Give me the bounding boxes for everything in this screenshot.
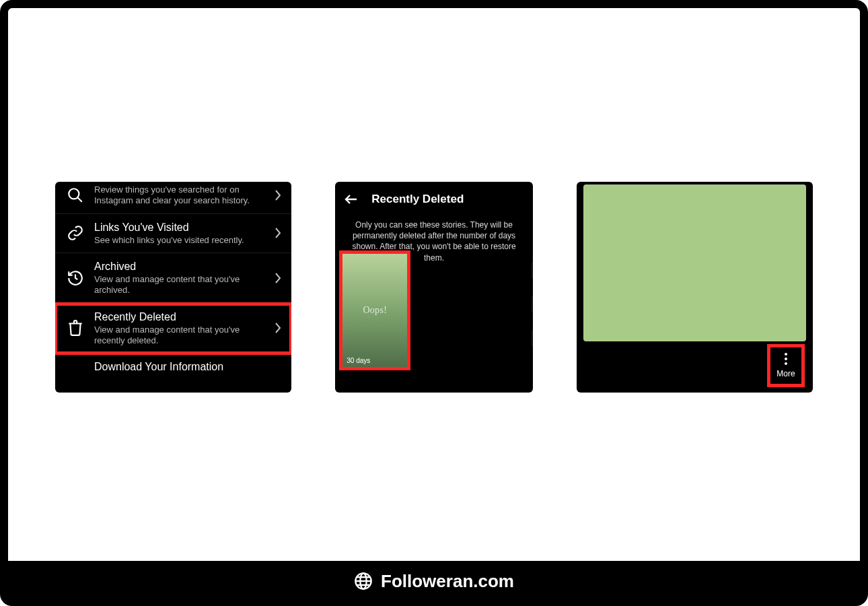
deleted-story-thumbnail[interactable]: Oops! 30 days	[339, 250, 410, 370]
story-media[interactable]	[583, 184, 806, 341]
more-button[interactable]: More	[776, 353, 795, 378]
row-links-title: Links You've Visited	[94, 221, 268, 234]
row-recently-deleted-sub: View and manage content that you've rece…	[94, 325, 268, 347]
history-icon	[62, 269, 89, 287]
chevron-right-icon	[274, 322, 282, 334]
footer-brand-bar: Followeran.com	[8, 561, 860, 601]
phone-side-button	[532, 263, 533, 279]
row-links-sub: See which links you've visited recently.	[94, 235, 268, 246]
header: Recently Deleted	[335, 182, 532, 213]
more-label: More	[776, 369, 795, 378]
row-download-title: Download Your Information	[94, 360, 277, 373]
row-archived-sub: View and manage content that you've arch…	[94, 274, 268, 296]
chevron-right-icon	[274, 272, 282, 284]
row-download-information[interactable]: Download Your Information	[55, 354, 291, 374]
globe-icon	[354, 572, 373, 591]
screen-story-viewer: More	[577, 182, 813, 393]
row-archived-title: Archived	[94, 260, 268, 273]
row-search-sub: Review things you've searched for on Ins…	[94, 184, 268, 207]
phone-side-button	[532, 296, 533, 312]
footer-brand-text: Followeran.com	[381, 571, 514, 592]
svg-line-1	[77, 198, 82, 203]
row-search-history[interactable]: Review things you've searched for on Ins…	[55, 182, 291, 214]
screen-recently-deleted: Recently Deleted Only you can see these …	[335, 182, 532, 393]
link-icon	[62, 224, 89, 242]
thumbnail-days-remaining: 30 days	[347, 357, 370, 364]
chevron-right-icon	[274, 227, 282, 239]
chevron-right-icon	[274, 189, 282, 201]
row-recently-deleted-title: Recently Deleted	[94, 310, 268, 323]
thumbnail-label: Oops!	[363, 305, 387, 316]
row-recently-deleted[interactable]: Recently Deleted View and manage content…	[55, 304, 291, 354]
row-archived[interactable]: Archived View and manage content that yo…	[55, 253, 291, 304]
screen-settings-activity: Review things you've searched for on Ins…	[55, 182, 291, 393]
page-title: Recently Deleted	[371, 193, 464, 206]
trash-icon	[62, 319, 89, 337]
search-icon	[62, 187, 89, 204]
more-button-highlight: More	[767, 344, 805, 387]
phone-side-button	[532, 330, 533, 346]
more-icon	[785, 353, 787, 365]
svg-point-0	[69, 189, 79, 199]
row-links-visited[interactable]: Links You've Visited See which links you…	[55, 214, 291, 253]
back-button[interactable]	[343, 191, 359, 207]
